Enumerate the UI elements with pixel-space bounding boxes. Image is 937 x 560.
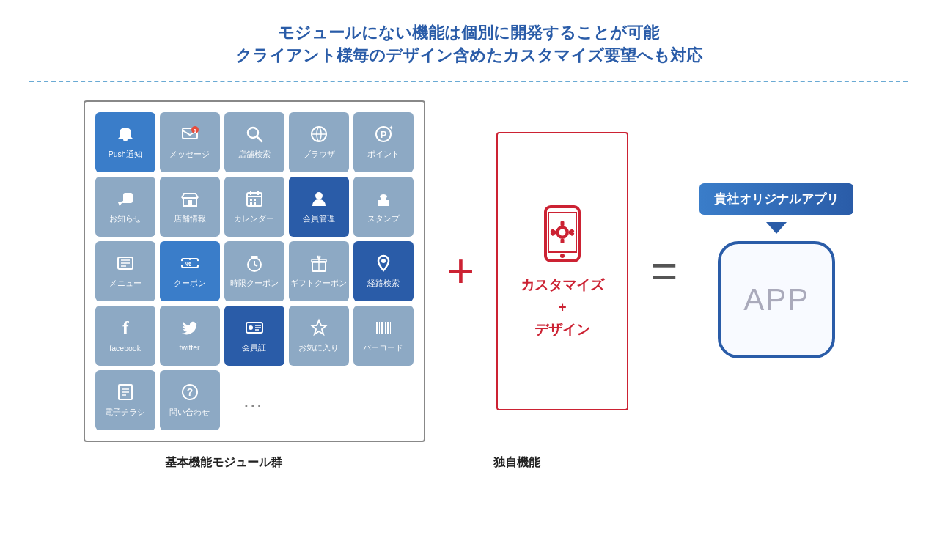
module-icon [245,318,264,340]
module-icon [374,318,393,340]
module-label: 店舗検索 [238,150,271,159]
divider [29,81,908,82]
phone-gear-icon [529,201,595,267]
module-item[interactable]: 時限クーポン [224,241,284,301]
module-label: ギフトクーポン [290,279,347,288]
app-text: APP [743,282,809,317]
svg-point-46 [249,325,253,330]
svg-rect-51 [376,322,378,334]
svg-rect-22 [254,202,256,205]
main-content: Push通知1メッセージ店舗検索ブラウザP✦ポイントお知らせ店舗情報カレンダー会… [29,100,908,442]
module-label: 会員管理 [303,214,335,224]
module-icon [180,189,199,211]
header-line2: クライアント様毎のデザイン含めたカスタマイズ要望へも対応 [235,45,702,67]
svg-line-38 [254,265,257,266]
module-label: 会員証 [242,343,266,353]
module-item[interactable]: ブラウザ [289,112,349,172]
module-item[interactable]: twitter [160,306,220,366]
module-label: Push通知 [109,150,142,159]
module-icon [245,189,264,211]
module-item[interactable] [353,370,414,430]
module-icon [245,125,264,147]
svg-line-5 [257,136,262,141]
module-item[interactable]: … [224,370,284,430]
header-line1: モジュールにない機能は個別に開発することが可能 [235,22,702,45]
module-label: 経路検索 [367,279,400,288]
module-icon: f [116,318,135,341]
bottom-labels: 基本機能モジュール群 独自機能 [29,455,908,471]
svg-rect-13 [188,200,192,206]
module-label: 問い合わせ [169,408,210,417]
svg-point-26 [380,194,387,199]
svg-rect-21 [250,202,252,205]
svg-rect-52 [379,322,380,334]
module-label: ポイント [367,150,400,159]
module-icon [116,189,135,211]
svg-rect-54 [385,322,386,334]
module-item[interactable]: ffacebook [95,306,155,366]
svg-marker-50 [312,320,326,334]
arrow-down-icon [766,222,787,234]
module-icon [116,125,135,147]
module-item[interactable]: 会員管理 [289,177,349,237]
svg-rect-20 [254,199,256,201]
svg-text:f: f [122,318,129,337]
svg-rect-53 [381,322,383,334]
module-label: twitter [180,343,200,353]
module-icon: % [180,254,199,276]
module-icon [309,254,328,276]
module-label: お知らせ [109,214,142,224]
module-label: ブラウザ [303,150,335,159]
module-item[interactable]: お気に入り [289,306,349,366]
module-label: メッセージ [169,150,210,159]
module-item[interactable]: P✦ポイント [353,112,414,172]
header-section: モジュールにない機能は個別に開発することが可能 クライアント様毎のデザイン含めた… [235,22,702,67]
app-section: 貴社オリジナルアプリ APP [699,183,853,358]
module-icon: 1 [180,125,199,147]
module-icon [374,189,393,211]
svg-rect-56 [390,322,391,334]
module-item[interactable]: 経路検索 [353,241,414,301]
svg-rect-39 [251,256,258,258]
module-label: facebook [109,344,141,353]
svg-text:✦: ✦ [389,125,393,131]
svg-point-23 [315,192,323,199]
svg-rect-69 [561,239,565,243]
svg-rect-68 [561,221,565,226]
svg-point-67 [559,229,566,236]
module-item[interactable]: 電子チラシ [95,370,155,430]
svg-rect-0 [123,139,128,141]
module-icon: ? [180,383,199,405]
module-icon [180,318,199,340]
svg-text:P: P [380,129,386,140]
app-box: APP [718,241,835,358]
module-item[interactable]: カレンダー [224,177,284,237]
svg-text:1: 1 [193,128,196,134]
module-item[interactable]: 店舗検索 [224,112,284,172]
module-item[interactable]: 店舗情報 [160,177,220,237]
module-item[interactable] [289,370,349,430]
module-item[interactable]: 会員証 [224,306,284,366]
equals-operator: = [650,244,677,298]
module-icon: P✦ [374,125,393,147]
module-item[interactable]: メニュー [95,241,155,301]
module-item[interactable]: Push通知 [95,112,155,172]
svg-rect-55 [387,322,389,334]
customize-box: カスタマイズ + デザイン [496,132,628,410]
module-label: カレンダー [234,214,274,224]
module-label: 店舗情報 [174,214,206,224]
module-item[interactable]: ギフトクーポン [289,241,349,301]
svg-text:?: ? [186,386,193,398]
module-item[interactable]: スタンプ [353,177,414,237]
module-label: 基本機能モジュール群 [59,455,389,471]
module-item[interactable]: ?問い合わせ [160,370,220,430]
module-item[interactable]: 1メッセージ [160,112,220,172]
module-icon [309,125,328,147]
module-label: 時限クーポン [230,279,279,288]
module-item[interactable]: バーコード [353,306,414,366]
module-icon [116,254,135,276]
module-item[interactable]: お知らせ [95,177,155,237]
svg-rect-19 [250,199,252,201]
module-item[interactable]: %クーポン [160,241,220,301]
module-label: バーコード [363,343,403,353]
